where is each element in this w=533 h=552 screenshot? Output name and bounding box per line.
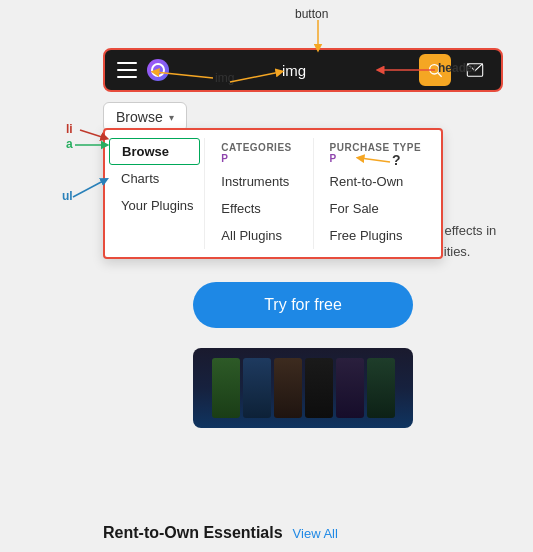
header: img <box>103 48 503 92</box>
section-title: Rent-to-Own Essentials <box>103 524 283 542</box>
svg-line-15 <box>73 180 105 197</box>
search-icon <box>427 62 443 78</box>
hamburger-menu[interactable] <box>117 62 137 78</box>
dropdown-item-for-sale[interactable]: For Sale <box>314 195 441 222</box>
dropdown-item-all-plugins[interactable]: All Plugins <box>205 222 312 249</box>
izotope-logo-icon <box>147 59 169 81</box>
svg-point-0 <box>430 65 439 74</box>
svg-line-11 <box>80 130 105 138</box>
try-for-free-button[interactable]: Try for free <box>193 282 413 328</box>
dropdown-col-categories: CATEGORIES p Instruments Effects All Plu… <box>205 130 312 257</box>
search-button[interactable] <box>419 54 451 86</box>
svg-text:li: li <box>66 122 73 136</box>
browse-label: Browse <box>116 109 163 125</box>
browse-dropdown-menu: Browse Charts Your Plugins CATEGORIES p … <box>103 128 443 259</box>
plugin-rack <box>208 354 399 422</box>
plugin-unit-2 <box>243 358 271 418</box>
plugin-unit-1 <box>212 358 240 418</box>
plugin-unit-6 <box>367 358 395 418</box>
svg-line-1 <box>438 73 442 77</box>
dropdown-item-browse[interactable]: Browse <box>109 138 200 165</box>
header-title: img <box>179 62 409 79</box>
product-image <box>193 348 413 428</box>
svg-text:ul: ul <box>62 189 73 203</box>
categories-header: CATEGORIES p <box>205 138 312 168</box>
dropdown-item-effects[interactable]: Effects <box>205 195 312 222</box>
svg-text:button: button <box>295 7 328 21</box>
mail-icon <box>466 63 484 77</box>
dropdown-col-purchase: PURCHASE TYPE p Rent-to-Own For Sale Fre… <box>314 130 441 257</box>
section-footer: Rent-to-Own Essentials View All <box>103 524 338 542</box>
purchase-type-header: PURCHASE TYPE p <box>314 138 441 168</box>
view-all-link[interactable]: View All <box>293 526 338 541</box>
dropdown-item-rent-to-own[interactable]: Rent-to-Own <box>314 168 441 195</box>
plugin-unit-4 <box>305 358 333 418</box>
plugin-unit-3 <box>274 358 302 418</box>
dropdown-col-nav: Browse Charts Your Plugins <box>105 130 204 257</box>
mail-button[interactable] <box>461 56 489 84</box>
dropdown-item-charts[interactable]: Charts <box>105 165 204 192</box>
dropdown-item-instruments[interactable]: Instruments <box>205 168 312 195</box>
dropdown-item-your-plugins[interactable]: Your Plugins <box>105 192 204 219</box>
chevron-down-icon: ▾ <box>169 112 174 123</box>
plugin-unit-5 <box>336 358 364 418</box>
dropdown-item-free-plugins[interactable]: Free Plugins <box>314 222 441 249</box>
svg-text:a: a <box>66 137 73 151</box>
